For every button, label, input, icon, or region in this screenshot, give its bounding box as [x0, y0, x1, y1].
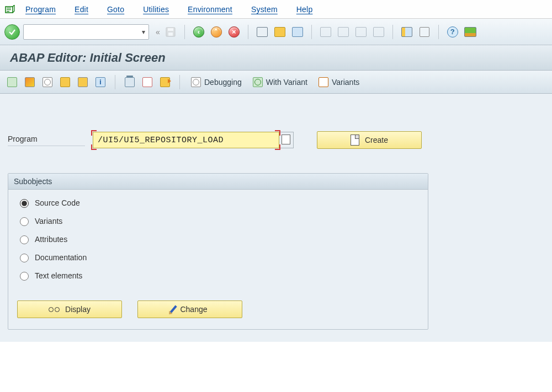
find-icon[interactable] [273, 25, 287, 39]
with-variant-button[interactable]: With Variant [250, 75, 311, 89]
variants-button[interactable]: Variants [315, 75, 363, 89]
menu-utilities[interactable]: Utilities [143, 5, 169, 14]
program-input[interactable] [93, 132, 279, 148]
with-variant-label: With Variant [266, 78, 307, 87]
rename-icon[interactable] [158, 76, 172, 89]
create-button[interactable]: Create [317, 131, 422, 149]
menu-environment[interactable]: Environment [188, 5, 232, 14]
create-button-label: Create [365, 136, 388, 144]
save-icon[interactable] [163, 25, 178, 39]
svg-rect-1 [7, 8, 11, 8]
execute-icon[interactable] [41, 76, 54, 89]
svg-rect-2 [7, 9, 11, 10]
glasses-icon [49, 307, 60, 312]
info-icon[interactable]: i [94, 76, 107, 89]
svg-rect-3 [7, 11, 9, 12]
first-page-icon[interactable] [319, 25, 333, 39]
find-next-icon[interactable] [290, 25, 305, 39]
delete-icon[interactable] [123, 76, 136, 89]
layout-menu-icon[interactable] [463, 25, 477, 39]
menu-system[interactable]: System [251, 5, 278, 14]
subobjects-group: Subobjects Source Code Variants Attribut… [8, 173, 428, 330]
screen-title: ABAP Editor: Initial Screen [0, 45, 552, 71]
display-button-label: Display [65, 305, 91, 314]
prev-page-icon[interactable] [336, 25, 351, 39]
debugging-button[interactable]: Debugging [188, 75, 245, 89]
radio-source-code-label: Source Code [35, 198, 80, 207]
radio-attributes-label: Attributes [35, 235, 67, 244]
cancel-icon[interactable]: × [227, 25, 241, 39]
radio-documentation-label: Documentation [35, 253, 87, 262]
command-field[interactable]: ▾ [23, 24, 149, 40]
system-toolbar: ▾ « ‹ ˄ × ? [0, 19, 552, 45]
radio-text-elements-input[interactable] [20, 272, 29, 281]
generate-shortcut-icon[interactable] [417, 25, 432, 39]
radio-source-code-input[interactable] [20, 199, 29, 208]
exit-icon[interactable]: ˄ [209, 25, 224, 39]
next-page-icon[interactable] [354, 25, 368, 39]
change-button[interactable]: Change [137, 300, 242, 318]
activate-icon[interactable] [23, 76, 36, 89]
radio-text-elements-label: Text elements [35, 271, 82, 280]
object-list-icon[interactable] [76, 76, 89, 89]
radio-attributes-input[interactable] [20, 235, 29, 244]
where-used-icon[interactable] [59, 76, 72, 89]
radio-text-elements[interactable]: Text elements [17, 270, 419, 281]
radio-documentation[interactable]: Documentation [17, 252, 419, 262]
menu-help[interactable]: Help [296, 5, 313, 14]
radio-attributes[interactable]: Attributes [17, 234, 419, 244]
radio-variants-input[interactable] [20, 217, 29, 226]
change-button-label: Change [180, 305, 207, 314]
application-toolbar: i Debugging With Variant Variants [0, 71, 552, 94]
help-icon[interactable]: ? [445, 25, 460, 39]
session-menu-icon[interactable] [4, 4, 15, 15]
back-icon[interactable]: ‹ [192, 25, 206, 39]
program-label: Program [8, 135, 85, 146]
print-icon[interactable] [255, 25, 269, 39]
screen-title-text: ABAP Editor: Initial Screen [10, 51, 166, 65]
debugging-label: Debugging [204, 78, 242, 87]
program-f4-button[interactable] [279, 132, 294, 148]
new-document-icon [351, 135, 359, 146]
menu-edit[interactable]: Edit [75, 5, 88, 14]
pencil-icon [170, 305, 177, 314]
menu-bar: Program Edit Goto Utilities Environment … [0, 0, 552, 19]
menu-goto[interactable]: Goto [107, 5, 124, 14]
radio-variants-label: Variants [35, 217, 62, 225]
radio-documentation-input[interactable] [20, 254, 29, 262]
copy-icon[interactable] [141, 76, 154, 89]
subobjects-title: Subobjects [8, 174, 428, 190]
new-session-icon[interactable] [400, 25, 414, 39]
enter-button-icon[interactable] [4, 24, 20, 40]
menu-program[interactable]: Program [25, 5, 56, 14]
main-area: Program Create Subobjects Source Code Va… [0, 94, 552, 342]
variants-label: Variants [332, 78, 359, 87]
svg-rect-6 [168, 33, 173, 36]
svg-rect-5 [168, 28, 173, 31]
display-button[interactable]: Display [17, 300, 122, 318]
check-icon[interactable] [6, 76, 19, 89]
last-page-icon[interactable] [371, 25, 386, 39]
radio-source-code[interactable]: Source Code [17, 197, 419, 208]
command-dropdown-icon[interactable]: ▾ [142, 28, 145, 36]
radio-variants[interactable]: Variants [17, 216, 419, 226]
